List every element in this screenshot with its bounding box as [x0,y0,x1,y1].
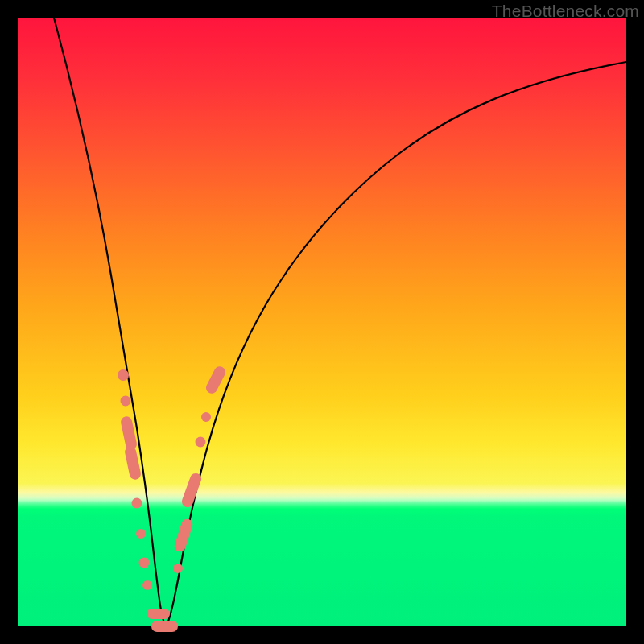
marker-dot [139,558,150,568]
marker-pill [204,365,228,395]
marker-dot [132,498,142,509]
marker-pill [180,472,203,509]
watermark-label: TheBottleneck.com [492,2,639,21]
marker-dot [173,564,183,573]
chart-frame: TheBottleneck.com [0,0,644,644]
marker-pill [173,518,194,553]
marker-pill [151,621,178,632]
marker-dot [121,396,131,407]
marker-dot [136,529,146,539]
plot-area [18,18,626,626]
marker-pill [147,609,170,619]
marker-dot [118,369,129,381]
marker-dot [201,412,211,422]
marker-dot [196,437,206,448]
marker-dot [142,580,152,590]
marker-pill [124,445,142,481]
marker-layer [18,18,626,626]
